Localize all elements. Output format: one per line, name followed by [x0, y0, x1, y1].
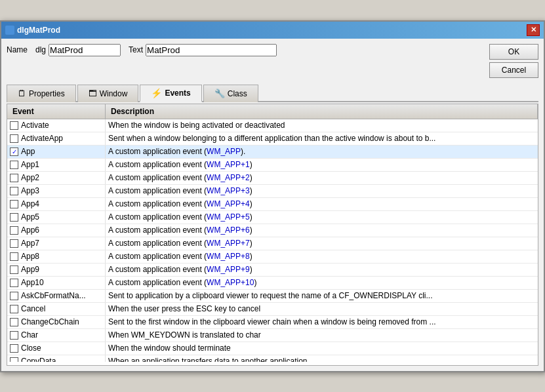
event-name: App6	[21, 225, 39, 235]
event-description: A custom application event (WM_APP+9)	[106, 264, 538, 276]
cancel-button[interactable]: Cancel	[489, 62, 538, 78]
event-description: Sent when a window belonging to a differ…	[106, 132, 538, 145]
event-checkbox[interactable]	[10, 161, 18, 169]
event-checkbox[interactable]	[10, 213, 18, 222]
event-description: A custom application event (WM_APP).	[106, 146, 538, 158]
event-link[interactable]: WM_APP	[207, 147, 241, 156]
table-row[interactable]: App3A custom application event (WM_APP+3…	[7, 185, 538, 198]
event-description: A custom application event (WM_APP+1)	[106, 159, 538, 171]
table-row[interactable]: App4A custom application event (WM_APP+4…	[7, 198, 538, 211]
event-link[interactable]: WM_APP+4	[207, 199, 250, 208]
tab-class[interactable]: 🔧 Class	[203, 85, 258, 102]
event-link[interactable]: WM_APP+7	[207, 239, 250, 248]
event-checkbox[interactable]	[10, 331, 18, 340]
close-button[interactable]: ✕	[527, 24, 540, 36]
name-input[interactable]	[49, 44, 121, 56]
event-name: CopyData	[21, 357, 56, 362]
event-description: A custom application event (WM_APP+4)	[106, 198, 538, 210]
text-input[interactable]	[146, 44, 277, 56]
event-name: Activate	[21, 121, 49, 130]
event-link[interactable]: WM_APP+6	[207, 225, 250, 235]
class-icon: 🔧	[214, 88, 225, 98]
table-header: Event Description	[7, 104, 538, 119]
table-row[interactable]: App7A custom application event (WM_APP+7…	[7, 237, 538, 250]
table-row[interactable]: App6A custom application event (WM_APP+6…	[7, 224, 538, 237]
col-event-header: Event	[7, 104, 106, 119]
event-name: App10	[21, 278, 44, 287]
table-row[interactable]: CancelWhen the user press the ESC key to…	[7, 303, 538, 316]
event-description: When the window should terminate	[106, 342, 538, 355]
event-name: App3	[21, 186, 39, 195]
event-checkbox[interactable]	[10, 174, 18, 182]
table-row[interactable]: App1A custom application event (WM_APP+1…	[7, 159, 538, 172]
event-checkbox[interactable]	[10, 226, 18, 235]
event-checkbox[interactable]	[10, 279, 18, 287]
table-row[interactable]: ActivateWhen the window is being activat…	[7, 119, 538, 132]
event-name: App7	[21, 239, 39, 248]
event-description: A custom application event (WM_APP+2)	[106, 172, 538, 184]
table-body[interactable]: ActivateWhen the window is being activat…	[7, 119, 538, 362]
main-window: dlgMatProd ✕ Name dlg Text OK Cancel 🗒 P…	[0, 20, 545, 372]
event-name: App	[21, 147, 35, 156]
event-name: App8	[21, 252, 39, 261]
event-description: A custom application event (WM_APP+3)	[106, 185, 538, 197]
event-checkbox[interactable]	[10, 292, 18, 300]
table-row[interactable]: App9A custom application event (WM_APP+9…	[7, 264, 538, 277]
event-link[interactable]: WM_APP+1	[207, 160, 250, 169]
event-link[interactable]: WM_APP+8	[207, 252, 250, 261]
event-checkbox[interactable]	[10, 357, 18, 362]
properties-icon: 🗒	[18, 88, 26, 98]
events-table: Event Description ActivateWhen the windo…	[7, 104, 538, 366]
event-name: ActivateApp	[21, 134, 63, 143]
event-link[interactable]: WM_APP+2	[207, 173, 250, 182]
event-checkbox[interactable]	[10, 134, 18, 143]
table-row[interactable]: App8A custom application event (WM_APP+8…	[7, 250, 538, 264]
event-checkbox[interactable]	[10, 344, 18, 353]
events-icon: ⚡	[151, 88, 162, 98]
event-link[interactable]: WM_APP+9	[207, 265, 250, 274]
event-checkbox[interactable]	[10, 265, 18, 274]
name-label: Name	[7, 45, 28, 54]
event-name: App1	[21, 160, 39, 169]
table-row[interactable]: App5A custom application event (WM_APP+5…	[7, 211, 538, 224]
event-checkbox[interactable]	[10, 305, 18, 313]
event-link[interactable]: WM_APP+3	[207, 186, 250, 195]
event-checkbox[interactable]	[10, 147, 18, 156]
table-row[interactable]: AskCbFormatNa...Sent to application by a…	[7, 290, 538, 303]
event-name: App5	[21, 212, 39, 222]
event-description: When the window is being activated or de…	[106, 119, 538, 132]
event-name: App9	[21, 265, 39, 274]
titlebar-left: dlgMatProd	[5, 26, 60, 35]
event-name: Close	[21, 343, 41, 353]
table-row[interactable]: App10A custom application event (WM_APP+…	[7, 277, 538, 290]
table-row[interactable]: ChangeCbChainSent to the first window in…	[7, 316, 538, 329]
event-link[interactable]: WM_APP+5	[207, 212, 250, 222]
event-checkbox[interactable]	[10, 187, 18, 195]
event-link[interactable]: WM_APP+10	[207, 278, 254, 287]
event-name: AskCbFormatNa...	[21, 291, 86, 300]
event-description: When an application transfers data to an…	[106, 355, 538, 362]
tab-events[interactable]: ⚡ Events	[140, 85, 201, 102]
event-checkbox[interactable]	[10, 200, 18, 208]
tab-properties[interactable]: 🗒 Properties	[7, 85, 76, 102]
ok-button[interactable]: OK	[489, 44, 538, 60]
event-description: A custom application event (WM_APP+5)	[106, 211, 538, 224]
table-row[interactable]: AppA custom application event (WM_APP).	[7, 146, 538, 159]
event-checkbox[interactable]	[10, 318, 18, 326]
event-name: App2	[21, 173, 39, 182]
window-title: dlgMatProd	[17, 26, 60, 35]
event-checkbox[interactable]	[10, 252, 18, 261]
event-description: A custom application event (WM_APP+10)	[106, 277, 538, 289]
tab-window[interactable]: 🗔 Window	[77, 85, 139, 102]
event-checkbox[interactable]	[10, 239, 18, 248]
event-description: A custom application event (WM_APP+7)	[106, 237, 538, 250]
event-checkbox[interactable]	[10, 121, 18, 130]
event-description: A custom application event (WM_APP+8)	[106, 250, 538, 263]
event-description: When the user press the ESC key to cance…	[106, 303, 538, 315]
table-row[interactable]: CharWhen WM_KEYDOWN is translated to cha…	[7, 329, 538, 342]
table-row[interactable]: CopyDataWhen an application transfers da…	[7, 355, 538, 362]
table-row[interactable]: ActivateAppSent when a window belonging …	[7, 132, 538, 146]
titlebar: dlgMatProd ✕	[1, 22, 544, 39]
table-row[interactable]: App2A custom application event (WM_APP+2…	[7, 172, 538, 185]
table-row[interactable]: CloseWhen the window should terminate	[7, 342, 538, 355]
